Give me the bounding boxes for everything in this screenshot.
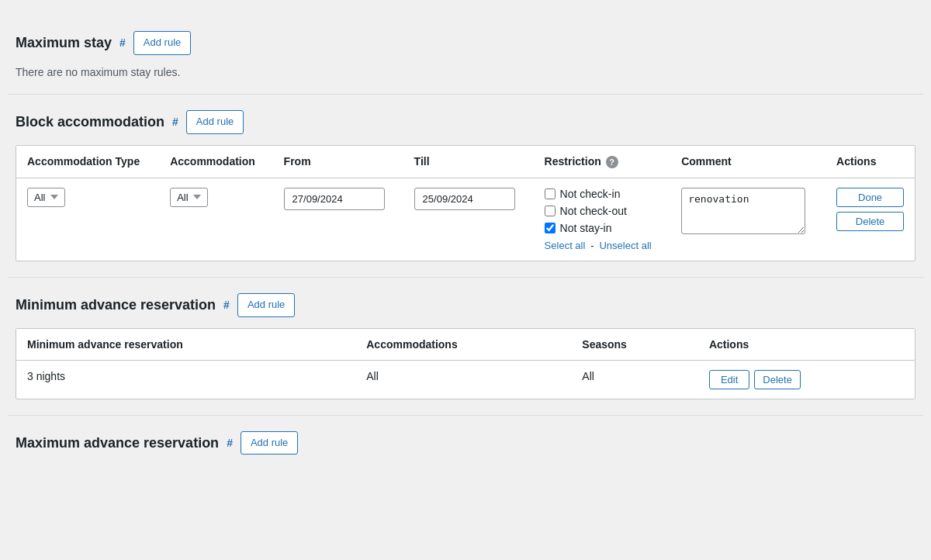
not-stayin-checkbox[interactable] [545, 223, 555, 233]
minimum-advance-add-rule-button[interactable]: Add rule [237, 293, 295, 317]
minimum-advance-table: Minimum advance reservation Accommodatio… [16, 329, 915, 399]
not-checkout-label: Not check-out [560, 205, 627, 217]
maximum-stay-title: Maximum stay [16, 35, 112, 51]
accommodation-cell: All [159, 178, 272, 261]
maximum-stay-add-rule-button[interactable]: Add rule [133, 31, 191, 55]
maximum-stay-header: Maximum stay # Add rule [16, 31, 915, 55]
page-wrapper: Maximum stay # Add rule There are no max… [0, 16, 931, 481]
maximum-advance-section: Maximum advance reservation # Add rule [8, 416, 923, 482]
col-header-from: From [273, 146, 403, 178]
minimum-advance-row: 3 nights All All Edit Delete [16, 360, 915, 399]
accommodations-value-cell: All [355, 360, 571, 399]
col-header-accommodation-type: Accommodation Type [16, 146, 159, 178]
from-date-input[interactable] [284, 188, 385, 210]
maximum-advance-title: Maximum advance reservation [16, 435, 219, 451]
comment-textarea[interactable]: renovation [681, 188, 805, 234]
actions-cell: Done Delete [825, 178, 915, 261]
col-header-seasons: Seasons [571, 329, 698, 361]
min-advance-value-cell: 3 nights [16, 360, 355, 399]
select-all-link[interactable]: Select all [545, 240, 586, 251]
col-header-min-advance: Minimum advance reservation [16, 329, 355, 361]
col-header-comment: Comment [670, 146, 825, 178]
not-checkout-checkbox[interactable] [545, 206, 555, 216]
block-accommodation-header-row: Accommodation Type Accommodation From Ti… [16, 146, 915, 178]
minimum-advance-header: Minimum advance reservation # Add rule [16, 293, 915, 317]
col-header-actions: Actions [825, 146, 915, 178]
minimum-advance-section: Minimum advance reservation # Add rule M… [8, 278, 923, 416]
maximum-stay-section: Maximum stay # Add rule There are no max… [8, 16, 923, 95]
block-accommodation-add-rule-button[interactable]: Add rule [186, 110, 244, 134]
restriction-cell: Not check-in Not check-out Not stay-in [534, 178, 671, 261]
comment-cell: renovation [670, 178, 825, 261]
col-header-restriction: Restriction ? [534, 146, 671, 178]
maximum-stay-hash: # [119, 36, 126, 49]
maximum-advance-add-rule-button[interactable]: Add rule [241, 431, 298, 455]
seasons-value-cell: All [571, 360, 698, 399]
minimum-advance-table-wrapper: Minimum advance reservation Accommodatio… [16, 328, 915, 399]
not-checkout-row: Not check-out [545, 205, 660, 217]
col-header-accommodations: Accommodations [355, 329, 571, 361]
delete-button-min[interactable]: Delete [754, 370, 801, 389]
accommodation-type-select[interactable]: All [27, 188, 65, 207]
from-cell [273, 178, 403, 261]
block-accommodation-header: Block accommodation # Add rule [16, 110, 915, 134]
col-header-till: Till [403, 146, 534, 178]
not-checkin-row: Not check-in [545, 188, 660, 200]
accommodation-select[interactable]: All [170, 188, 208, 207]
delete-button-block[interactable]: Delete [836, 212, 904, 231]
done-button[interactable]: Done [836, 188, 904, 207]
maximum-stay-no-rules: There are no maximum stay rules. [16, 66, 915, 78]
block-accommodation-row: All All [16, 178, 915, 261]
restriction-separator: - [590, 240, 594, 251]
block-accommodation-section: Block accommodation # Add rule Accommoda… [8, 95, 923, 278]
maximum-advance-header: Maximum advance reservation # Add rule [16, 431, 915, 455]
not-stayin-label: Not stay-in [560, 222, 612, 234]
block-accommodation-table: Accommodation Type Accommodation From Ti… [16, 146, 915, 261]
till-date-input[interactable] [414, 188, 515, 210]
col-header-actions-min: Actions [698, 329, 915, 361]
actions-min-cell: Edit Delete [698, 360, 915, 399]
min-advance-actions: Edit Delete [709, 370, 904, 389]
till-cell [403, 178, 534, 261]
block-accommodation-title: Block accommodation [16, 114, 164, 130]
block-accommodation-hash: # [172, 116, 178, 128]
minimum-advance-title: Minimum advance reservation [16, 297, 216, 313]
restriction-help-icon[interactable]: ? [606, 156, 618, 168]
unselect-all-link[interactable]: Unselect all [599, 240, 651, 251]
not-checkin-checkbox[interactable] [545, 188, 555, 199]
block-accommodation-table-wrapper: Accommodation Type Accommodation From Ti… [16, 145, 915, 261]
minimum-advance-hash: # [223, 299, 230, 311]
not-checkin-label: Not check-in [560, 188, 621, 200]
col-header-accommodation: Accommodation [159, 146, 272, 178]
edit-button-min[interactable]: Edit [709, 370, 749, 389]
minimum-advance-header-row: Minimum advance reservation Accommodatio… [16, 329, 915, 361]
actions-container: Done Delete [836, 188, 904, 231]
maximum-advance-hash: # [227, 437, 233, 449]
restriction-links: Select all - Unselect all [545, 239, 660, 251]
accommodation-type-cell: All [16, 178, 159, 261]
not-stayin-row: Not stay-in [545, 222, 660, 234]
